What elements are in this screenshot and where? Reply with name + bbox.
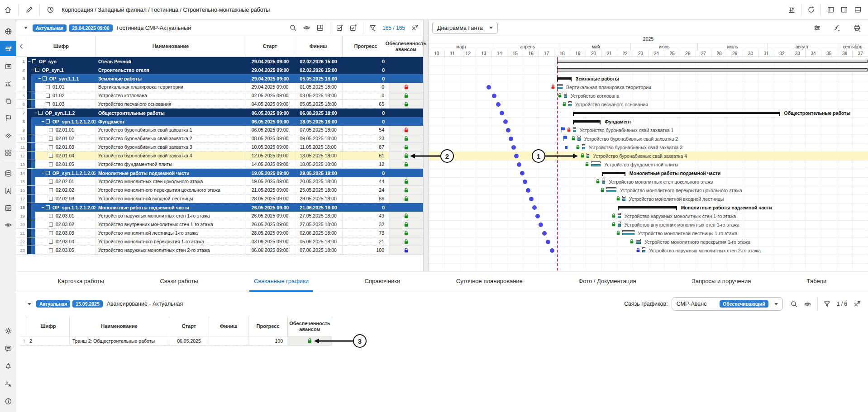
sidebar-item-bell[interactable] [0, 358, 16, 374]
collapse-icon[interactable]: − [31, 67, 34, 72]
sidebar-item-eye[interactable] [0, 217, 16, 232]
task-bar[interactable] [622, 199, 625, 201]
check-on-icon[interactable] [333, 21, 347, 35]
sidebar-item-board[interactable] [0, 59, 16, 74]
row-checkbox[interactable] [49, 231, 53, 235]
row-checkbox[interactable] [38, 111, 43, 115]
tab-3[interactable]: Связанные графики [249, 272, 313, 292]
task-bar[interactable] [568, 104, 572, 106]
task-bar[interactable] [564, 95, 567, 98]
expand-caret-icon[interactable] [19, 21, 33, 35]
table-row[interactable]: 7−OP_syn.1.1.2Общестроительные работы06.… [16, 109, 423, 117]
task-bar[interactable] [587, 156, 590, 158]
table-row[interactable]: 1202.01.04Устройство буронабивных свай з… [16, 152, 423, 160]
table-row[interactable]: 1002.01.02Устройство буронабивных свай з… [16, 134, 423, 143]
row-checkbox[interactable] [46, 85, 50, 89]
task-bar[interactable] [573, 130, 576, 132]
sidebar-item-database[interactable] [0, 166, 16, 181]
task-bar[interactable] [642, 250, 645, 252]
row-checkbox[interactable] [49, 128, 53, 132]
row-checkbox[interactable] [49, 223, 53, 227]
funnel-caret-icon[interactable] [366, 21, 380, 35]
sidebar-item-chart[interactable] [0, 76, 16, 91]
table-row[interactable]: 1502.02.01Устройство монолитных стен цок… [16, 177, 423, 186]
pencil-icon[interactable] [21, 2, 37, 18]
collapse-icon[interactable]: − [42, 119, 44, 124]
sidebar-item-hatch[interactable] [0, 128, 16, 143]
task-bar[interactable] [618, 216, 621, 218]
table-row[interactable]: 1902.03.01Устройство наружных монолитных… [16, 212, 423, 220]
refresh-icon[interactable] [804, 3, 818, 17]
table-row[interactable]: 12Транш 2: Общестроительные работы06.05.… [20, 336, 332, 346]
row-checkbox[interactable] [46, 205, 50, 209]
row-checkbox[interactable] [49, 240, 53, 244]
row-checkbox[interactable] [49, 188, 53, 192]
zigzag-icon[interactable] [830, 21, 844, 35]
table-row[interactable]: 1702.02.03Устройство монолитной входной … [16, 194, 423, 203]
task-bar[interactable] [591, 164, 601, 166]
table-row[interactable]: 401.01Вертикальная планировка территории… [16, 83, 423, 91]
expand-caret-icon[interactable] [23, 297, 36, 311]
collapse-all-button[interactable] [16, 36, 27, 57]
summary-bar[interactable] [557, 77, 572, 80]
table-row[interactable]: 8−OP_syn.1.1.2.1.2.01Фундамент06.05.2025… [16, 117, 423, 126]
table-row[interactable]: 2202.03.04Устройство монолитного перекры… [16, 237, 423, 246]
row-checkbox[interactable] [43, 76, 47, 81]
task-bar[interactable] [602, 181, 605, 184]
table-row[interactable]: 501.02Устройство котлована02.05.2025 09:… [16, 91, 423, 100]
table-row[interactable]: 1102.01.03Устройство буронабивных свай з… [16, 143, 423, 152]
task-bar[interactable] [577, 138, 581, 141]
clear-filter-icon[interactable] [850, 297, 863, 311]
sidebar-item-calendar[interactable] [0, 200, 16, 215]
table-row[interactable]: 1302.01.05Устройство фундаментной плиты1… [16, 160, 423, 169]
row-checkbox[interactable] [46, 119, 50, 123]
table-row[interactable]: 902.01.01Устройство буронабивных свай за… [16, 126, 423, 134]
row-checkbox[interactable] [49, 162, 53, 166]
tab-1[interactable]: Карточка работы [53, 272, 109, 292]
sidebar-item-grid[interactable] [0, 145, 16, 160]
row-checkbox[interactable] [46, 171, 50, 175]
search-icon[interactable] [787, 297, 801, 311]
table-row[interactable]: 2102.03.03Устройство монолитной лестницы… [16, 229, 423, 237]
tab-4[interactable]: Справочники [360, 272, 405, 292]
project-bar[interactable] [557, 60, 868, 63]
tab-5[interactable]: Суточное планирование [452, 272, 527, 292]
sidebar-item-sun[interactable] [0, 323, 16, 338]
table-row[interactable]: 2−OP_syn.1Строительство отеля29.04.2025 … [16, 66, 423, 74]
task-bar[interactable] [582, 147, 585, 149]
sidebar-item-comment[interactable] [0, 341, 16, 356]
layout-left-icon[interactable] [824, 3, 837, 17]
table-row[interactable]: 14−OP_syn.1.1.2.1.2.02Монолитные работы … [16, 169, 423, 177]
sidebar-item-info[interactable] [0, 393, 16, 409]
search-icon[interactable] [286, 21, 300, 35]
pane-splitter[interactable] [423, 20, 429, 271]
row-checkbox[interactable] [49, 154, 53, 158]
sliders-icon[interactable] [810, 21, 824, 35]
row-checkbox[interactable] [32, 59, 36, 63]
collapse-icon[interactable]: − [38, 76, 41, 81]
sidebar-item-copy[interactable] [0, 93, 16, 109]
collapse-icon[interactable]: − [42, 205, 44, 210]
table-row[interactable]: 18−OP_syn.1.1.2.1.2.03Монолитные работы … [16, 203, 423, 212]
tab-7[interactable]: Запросы и поручения [687, 272, 755, 292]
collapse-icon[interactable]: − [42, 170, 44, 175]
swap-vert-icon[interactable] [785, 3, 798, 17]
task-bar[interactable] [557, 87, 563, 89]
table-row[interactable]: 2002.03.02Устройство внутренних монолитн… [16, 220, 423, 229]
row-checkbox[interactable] [49, 248, 53, 252]
row-checkbox[interactable] [49, 180, 53, 184]
task-bar[interactable] [636, 242, 641, 244]
table-row[interactable]: 2302.03.05Устройство наружных монолитных… [16, 246, 423, 255]
summary-bar[interactable] [602, 172, 625, 174]
sidebar-item-flag[interactable] [0, 110, 16, 126]
home-icon[interactable] [0, 2, 15, 18]
collapse-icon[interactable]: − [34, 110, 37, 115]
eye-icon[interactable] [801, 297, 815, 311]
printer-icon[interactable] [850, 21, 863, 35]
table-row[interactable]: 1602.02.02Устройство монолитного перекры… [16, 186, 423, 194]
sidebar-item-translate[interactable]: 文A [0, 376, 16, 391]
layout-bottom-icon[interactable] [851, 3, 864, 17]
tab-8[interactable]: Табели [802, 272, 831, 292]
sidebar-item-brackets-a[interactable] [0, 183, 16, 198]
row-checkbox[interactable] [46, 94, 50, 98]
